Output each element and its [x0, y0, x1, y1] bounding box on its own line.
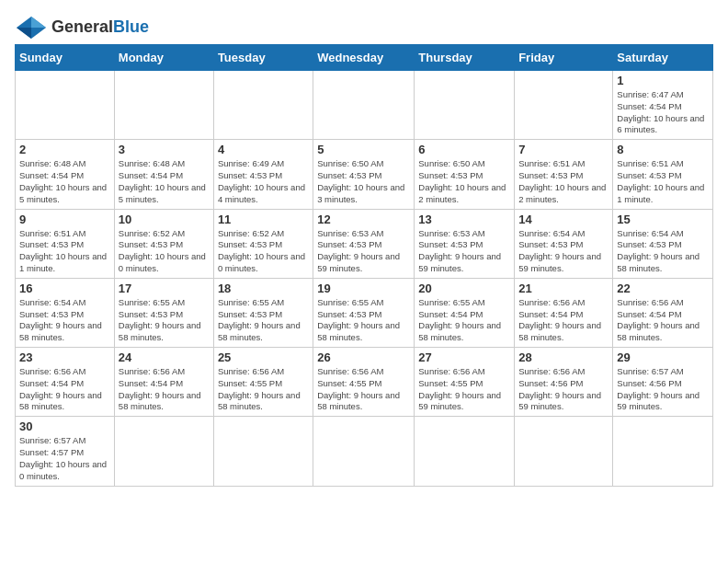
day-info: Sunrise: 6:53 AM Sunset: 4:53 PM Dayligh… [418, 228, 510, 275]
calendar-week-row: 30Sunrise: 6:57 AM Sunset: 4:57 PM Dayli… [16, 417, 713, 486]
day-info: Sunrise: 6:48 AM Sunset: 4:54 PM Dayligh… [119, 158, 210, 205]
calendar-day-cell: 26Sunrise: 6:56 AM Sunset: 4:55 PM Dayli… [313, 348, 415, 417]
day-info: Sunrise: 6:49 AM Sunset: 4:53 PM Dayligh… [218, 158, 309, 205]
calendar-day-cell: 13Sunrise: 6:53 AM Sunset: 4:53 PM Dayli… [415, 209, 515, 278]
day-number: 9 [19, 213, 110, 226]
calendar-day-cell: 12Sunrise: 6:53 AM Sunset: 4:53 PM Dayli… [313, 209, 415, 278]
day-number: 6 [418, 143, 510, 156]
day-info: Sunrise: 6:53 AM Sunset: 4:53 PM Dayligh… [317, 228, 410, 275]
calendar-day-cell [613, 417, 713, 486]
day-info: Sunrise: 6:50 AM Sunset: 4:53 PM Dayligh… [317, 158, 410, 205]
calendar-day-cell [16, 71, 115, 140]
calendar-day-cell [213, 417, 313, 486]
calendar-day-cell: 11Sunrise: 6:52 AM Sunset: 4:53 PM Dayli… [213, 209, 313, 278]
day-number: 22 [617, 282, 709, 295]
calendar-day-cell [114, 417, 213, 486]
calendar-header-monday: Monday [114, 45, 213, 71]
calendar-day-cell [515, 417, 613, 486]
calendar-day-cell: 6Sunrise: 6:50 AM Sunset: 4:53 PM Daylig… [415, 140, 515, 209]
day-info: Sunrise: 6:54 AM Sunset: 4:53 PM Dayligh… [19, 297, 110, 344]
day-number: 16 [19, 282, 110, 295]
day-number: 28 [518, 350, 609, 364]
calendar-header-row: SundayMondayTuesdayWednesdayThursdayFrid… [16, 45, 713, 71]
logo-text: GeneralBlue [51, 18, 149, 37]
day-info: Sunrise: 6:50 AM Sunset: 4:53 PM Dayligh… [418, 158, 510, 205]
day-info: Sunrise: 6:52 AM Sunset: 4:53 PM Dayligh… [218, 228, 309, 275]
day-number: 7 [518, 143, 609, 156]
calendar-day-cell: 21Sunrise: 6:56 AM Sunset: 4:54 PM Dayli… [515, 278, 613, 347]
day-number: 1 [617, 74, 709, 87]
day-number: 30 [19, 419, 110, 433]
day-info: Sunrise: 6:54 AM Sunset: 4:53 PM Dayligh… [617, 228, 709, 275]
day-number: 20 [418, 282, 510, 295]
calendar-day-cell: 28Sunrise: 6:56 AM Sunset: 4:56 PM Dayli… [515, 348, 613, 417]
calendar-day-cell: 14Sunrise: 6:54 AM Sunset: 4:53 PM Dayli… [515, 209, 613, 278]
calendar-day-cell: 30Sunrise: 6:57 AM Sunset: 4:57 PM Dayli… [16, 417, 115, 486]
calendar-day-cell: 8Sunrise: 6:51 AM Sunset: 4:53 PM Daylig… [613, 140, 713, 209]
day-info: Sunrise: 6:55 AM Sunset: 4:53 PM Dayligh… [317, 297, 410, 344]
day-number: 24 [119, 350, 210, 364]
day-info: Sunrise: 6:57 AM Sunset: 4:56 PM Dayligh… [617, 366, 709, 413]
logo: GeneralBlue [15, 15, 149, 40]
day-number: 5 [317, 143, 410, 156]
calendar-day-cell: 10Sunrise: 6:52 AM Sunset: 4:53 PM Dayli… [114, 209, 213, 278]
calendar-week-row: 1Sunrise: 6:47 AM Sunset: 4:54 PM Daylig… [16, 71, 713, 140]
day-number: 18 [218, 282, 309, 295]
calendar-day-cell [515, 71, 613, 140]
calendar-week-row: 23Sunrise: 6:56 AM Sunset: 4:54 PM Dayli… [16, 348, 713, 417]
calendar-day-cell: 17Sunrise: 6:55 AM Sunset: 4:53 PM Dayli… [114, 278, 213, 347]
day-number: 25 [218, 350, 309, 364]
calendar-day-cell: 20Sunrise: 6:55 AM Sunset: 4:54 PM Dayli… [415, 278, 515, 347]
day-number: 14 [518, 213, 609, 226]
day-info: Sunrise: 6:57 AM Sunset: 4:57 PM Dayligh… [19, 435, 110, 482]
day-info: Sunrise: 6:56 AM Sunset: 4:55 PM Dayligh… [317, 366, 410, 413]
day-info: Sunrise: 6:48 AM Sunset: 4:54 PM Dayligh… [19, 158, 110, 205]
calendar-header-thursday: Thursday [415, 45, 515, 71]
calendar-day-cell: 19Sunrise: 6:55 AM Sunset: 4:53 PM Dayli… [313, 278, 415, 347]
calendar-day-cell: 18Sunrise: 6:55 AM Sunset: 4:53 PM Dayli… [213, 278, 313, 347]
day-number: 12 [317, 213, 410, 226]
day-info: Sunrise: 6:52 AM Sunset: 4:53 PM Dayligh… [119, 228, 210, 275]
logo-icon [15, 15, 48, 40]
calendar-day-cell: 5Sunrise: 6:50 AM Sunset: 4:53 PM Daylig… [313, 140, 415, 209]
calendar-header-tuesday: Tuesday [213, 45, 313, 71]
day-info: Sunrise: 6:55 AM Sunset: 4:53 PM Dayligh… [119, 297, 210, 344]
calendar-day-cell: 3Sunrise: 6:48 AM Sunset: 4:54 PM Daylig… [114, 140, 213, 209]
calendar-day-cell: 7Sunrise: 6:51 AM Sunset: 4:53 PM Daylig… [515, 140, 613, 209]
day-info: Sunrise: 6:56 AM Sunset: 4:54 PM Dayligh… [119, 366, 210, 413]
calendar-header-saturday: Saturday [613, 45, 713, 71]
day-info: Sunrise: 6:55 AM Sunset: 4:54 PM Dayligh… [418, 297, 510, 344]
calendar-day-cell [313, 417, 415, 486]
day-number: 2 [19, 143, 110, 156]
calendar-day-cell: 4Sunrise: 6:49 AM Sunset: 4:53 PM Daylig… [213, 140, 313, 209]
day-info: Sunrise: 6:47 AM Sunset: 4:54 PM Dayligh… [617, 89, 709, 136]
calendar-day-cell [415, 71, 515, 140]
calendar-day-cell: 25Sunrise: 6:56 AM Sunset: 4:55 PM Dayli… [213, 348, 313, 417]
calendar-day-cell: 15Sunrise: 6:54 AM Sunset: 4:53 PM Dayli… [613, 209, 713, 278]
calendar-day-cell: 23Sunrise: 6:56 AM Sunset: 4:54 PM Dayli… [16, 348, 115, 417]
calendar-week-row: 9Sunrise: 6:51 AM Sunset: 4:53 PM Daylig… [16, 209, 713, 278]
day-number: 4 [218, 143, 309, 156]
calendar-day-cell [114, 71, 213, 140]
day-info: Sunrise: 6:51 AM Sunset: 4:53 PM Dayligh… [617, 158, 709, 205]
day-number: 8 [617, 143, 709, 156]
day-number: 13 [418, 213, 510, 226]
calendar-day-cell: 22Sunrise: 6:56 AM Sunset: 4:54 PM Dayli… [613, 278, 713, 347]
day-number: 23 [19, 350, 110, 364]
svg-marker-1 [31, 17, 46, 28]
day-number: 29 [617, 350, 709, 364]
day-number: 19 [317, 282, 410, 295]
day-number: 3 [119, 143, 210, 156]
day-number: 10 [119, 213, 210, 226]
calendar-day-cell [313, 71, 415, 140]
calendar-day-cell: 9Sunrise: 6:51 AM Sunset: 4:53 PM Daylig… [16, 209, 115, 278]
calendar-header-wednesday: Wednesday [313, 45, 415, 71]
day-info: Sunrise: 6:51 AM Sunset: 4:53 PM Dayligh… [19, 228, 110, 275]
calendar-header-friday: Friday [515, 45, 613, 71]
calendar-header-sunday: Sunday [16, 45, 115, 71]
day-info: Sunrise: 6:56 AM Sunset: 4:55 PM Dayligh… [218, 366, 309, 413]
day-info: Sunrise: 6:54 AM Sunset: 4:53 PM Dayligh… [518, 228, 609, 275]
day-info: Sunrise: 6:55 AM Sunset: 4:53 PM Dayligh… [218, 297, 309, 344]
day-info: Sunrise: 6:56 AM Sunset: 4:56 PM Dayligh… [518, 366, 609, 413]
calendar-day-cell: 1Sunrise: 6:47 AM Sunset: 4:54 PM Daylig… [613, 71, 713, 140]
